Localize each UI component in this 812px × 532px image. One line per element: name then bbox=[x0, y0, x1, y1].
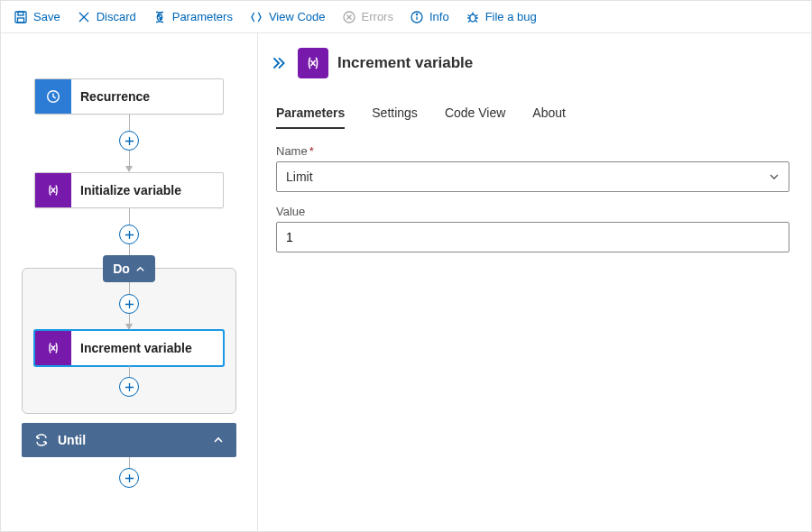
add-step-button[interactable] bbox=[119, 225, 139, 244]
file-bug-label: File a bug bbox=[485, 10, 537, 23]
toolbar: Save Discard Parameters View Code Errors… bbox=[1, 1, 811, 33]
node-recurrence-label: Recurrence bbox=[71, 89, 223, 104]
loop-icon bbox=[34, 433, 49, 447]
add-step-button[interactable] bbox=[119, 131, 139, 151]
svg-point-8 bbox=[469, 14, 475, 22]
tab-code-view[interactable]: Code View bbox=[445, 102, 505, 128]
node-recurrence[interactable]: Recurrence bbox=[34, 78, 224, 115]
bug-icon bbox=[466, 10, 480, 24]
value-label: Value bbox=[276, 205, 789, 218]
details-panel: Increment variable Parameters Settings C… bbox=[258, 33, 811, 531]
do-header[interactable]: Do bbox=[103, 255, 155, 282]
name-select[interactable]: Limit bbox=[276, 161, 789, 192]
panel-action-icon bbox=[298, 48, 328, 78]
connector bbox=[119, 457, 139, 488]
view-code-icon bbox=[249, 10, 263, 24]
svg-rect-2 bbox=[18, 18, 24, 23]
save-button[interactable]: Save bbox=[6, 6, 68, 28]
svg-point-7 bbox=[416, 14, 417, 14]
save-label: Save bbox=[33, 10, 60, 23]
node-initialize-variable[interactable]: Initialize variable bbox=[34, 172, 224, 208]
loop-container: Increment variable bbox=[22, 268, 236, 414]
info-button[interactable]: Info bbox=[402, 6, 457, 28]
discard-button[interactable]: Discard bbox=[69, 6, 143, 28]
chevron-up-icon bbox=[213, 435, 224, 445]
recurrence-icon bbox=[35, 79, 71, 114]
errors-label: Errors bbox=[362, 10, 393, 23]
connector bbox=[119, 115, 139, 172]
parameters-form: Name* Limit Value bbox=[265, 144, 800, 252]
tab-settings[interactable]: Settings bbox=[372, 102, 418, 128]
tab-parameters[interactable]: Parameters bbox=[276, 102, 345, 129]
node-increment-label: Increment variable bbox=[71, 341, 223, 355]
designer-canvas[interactable]: Recurrence Initialize variable bbox=[1, 33, 258, 531]
info-icon bbox=[410, 10, 424, 24]
node-initialize-label: Initialize variable bbox=[71, 183, 223, 197]
connector bbox=[119, 366, 139, 397]
discard-label: Discard bbox=[97, 10, 136, 23]
panel-tabs: Parameters Settings Code View About bbox=[265, 102, 800, 128]
name-label: Name* bbox=[276, 144, 789, 158]
svg-rect-1 bbox=[18, 12, 23, 15]
connector bbox=[119, 281, 139, 330]
chevron-up-icon bbox=[135, 264, 145, 274]
add-step-button[interactable] bbox=[119, 377, 139, 397]
file-bug-button[interactable]: File a bug bbox=[458, 6, 544, 28]
add-step-button[interactable] bbox=[119, 294, 139, 314]
name-select-value: Limit bbox=[286, 170, 313, 184]
chevron-down-icon bbox=[769, 171, 780, 182]
view-code-label: View Code bbox=[269, 10, 326, 23]
do-label: Do bbox=[113, 261, 130, 276]
errors-button: Errors bbox=[335, 6, 401, 28]
save-icon bbox=[14, 10, 28, 24]
svg-point-3 bbox=[158, 14, 160, 16]
discard-icon bbox=[77, 10, 91, 24]
parameters-label: Parameters bbox=[172, 10, 233, 23]
svg-point-4 bbox=[160, 17, 161, 19]
parameters-icon bbox=[152, 10, 167, 24]
until-label: Until bbox=[58, 433, 86, 447]
variable-icon bbox=[35, 173, 71, 207]
tab-about[interactable]: About bbox=[532, 102, 566, 128]
node-increment-variable[interactable]: Increment variable bbox=[34, 330, 224, 366]
until-header[interactable]: Until bbox=[22, 423, 236, 457]
variable-icon bbox=[35, 331, 71, 365]
info-label: Info bbox=[429, 10, 449, 23]
collapse-panel-button[interactable] bbox=[269, 53, 289, 73]
chevron-double-right-icon bbox=[271, 55, 287, 71]
panel-title: Increment variable bbox=[337, 54, 473, 72]
value-input[interactable] bbox=[276, 222, 789, 252]
parameters-button[interactable]: Parameters bbox=[145, 6, 240, 28]
add-step-button[interactable] bbox=[119, 468, 139, 488]
view-code-button[interactable]: View Code bbox=[242, 6, 333, 28]
connector bbox=[119, 208, 139, 255]
errors-icon bbox=[342, 10, 356, 24]
